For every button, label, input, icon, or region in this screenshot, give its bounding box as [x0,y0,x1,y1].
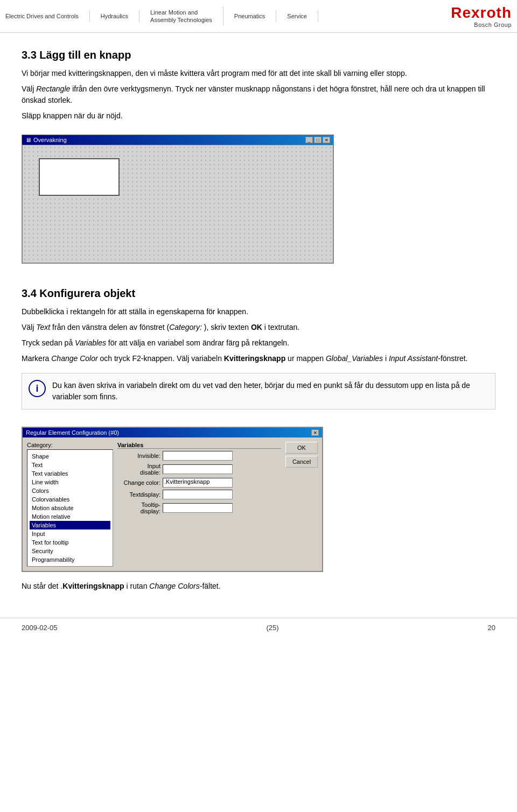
invisible-input[interactable] [163,451,233,461]
section-3-4-para1: Dubbelklicka i rektangeln för att ställa… [22,306,495,317]
cat-shape[interactable]: Shape [30,452,110,461]
cat-motion-relative[interactable]: Motion relative [30,512,110,521]
info-box: i Du kan även skriva in variabeln direkt… [22,373,495,409]
textdisplay-row: Textdisplay: [117,490,281,499]
category-list: Shape Text Text variables Line width Col… [27,449,113,567]
header-nav: Electric Drives and Controls Hydraulics … [0,4,431,28]
nav-electric-drives[interactable]: Electric Drives and Controls [0,10,90,22]
section-3-4-para2: Välj Text från den vänstra delen av föns… [22,322,495,333]
footer-page-number: 20 [488,624,495,632]
cat-text-tooltip[interactable]: Text for tooltip [30,538,110,547]
variables-section-label: Variables [117,442,281,449]
section-3-3-para3: Släpp knappen när du är nöjd. [22,110,495,122]
section-3-4: 3.4 Konfigurera objekt Dubbelklicka i re… [22,287,495,592]
section-3-3: 3.3 Lägg till en knapp Vi börjar med kvi… [22,49,495,277]
change-color-row: Change color: .Kvitteringsknapp [117,478,281,488]
info-icon: i [29,380,46,397]
cat-text[interactable]: Text [30,461,110,469]
cat-line-width[interactable]: Line width [30,478,110,486]
invisible-label: Invisible: [117,453,160,459]
dialog-titlebar: Regular Element Configuration (#0) ✕ [23,428,322,437]
dialog-right-inner: Variables Invisible: Inputdisable: Chang… [117,442,318,567]
input-disable-input[interactable] [163,464,233,474]
tooltip-input[interactable] [163,503,233,513]
category-label: Category: [27,442,113,448]
nav-service[interactable]: Service [276,10,318,22]
inner-rectangle [39,158,120,196]
change-color-input[interactable]: .Kvitteringsknapp [163,478,233,488]
win-titlebar: 🖥 Overvakning _ □ ✕ [22,135,333,145]
section-3-3-para2: Välj Rectangle ifrån den övre verktygsme… [22,83,495,106]
win-title-left: 🖥 Overvakning [25,137,67,143]
win-close-btn[interactable]: ✕ [323,137,330,143]
cat-programmability[interactable]: Programmability [30,555,110,564]
tooltip-row: Tooltip-display: [117,502,281,514]
section-3-4-heading: 3.4 Konfigurera objekt [22,287,495,300]
dialog-fields: Variables Invisible: Inputdisable: Chang… [117,442,281,517]
cat-variables[interactable]: Variables [30,521,110,529]
dialog-title-text: Regular Element Configuration (#0) [26,429,119,436]
cat-colors[interactable]: Colors [30,486,110,495]
section-3-3-heading: 3.3 Lägg till en knapp [22,49,495,61]
logo-rexroth: Rexroth [451,4,512,22]
textdisplay-label: Textdisplay: [117,491,160,498]
dialog-box: Regular Element Configuration (#0) ✕ Cat… [22,427,323,572]
invisible-row: Invisible: [117,451,281,461]
ok-button[interactable]: OK [285,442,318,454]
win-icon: 🖥 [25,137,31,143]
tooltip-label: Tooltip-display: [117,502,160,514]
change-color-label: Change color: [117,479,160,486]
dialog-buttons: OK Cancel [285,442,318,468]
info-text: Du kan även skriva in variabeln direkt o… [52,380,488,403]
section-3-4-para4: Markera Change Color och tryck F2-knappe… [22,353,495,364]
section-3-3-para1: Vi börjar med kvitteringsknappen, den vi… [22,68,495,79]
overvakning-window: 🖥 Overvakning _ □ ✕ [22,135,334,264]
input-disable-row: Inputdisable: [117,463,281,476]
nav-pneumatics[interactable]: Pneumatics [223,10,276,22]
logo-area: Rexroth Bosch Group [431,4,517,28]
footer-date: 2009-02-05 [22,624,58,632]
cancel-button[interactable]: Cancel [285,456,318,468]
cat-colorvariables[interactable]: Colorvariables [30,495,110,504]
cat-input[interactable]: Input [30,529,110,538]
win-title-text: Overvakning [33,137,67,143]
dialog-close-btn[interactable]: ✕ [311,429,319,436]
footer-page-info: (25) [266,624,278,632]
cat-motion-absolute[interactable]: Motion absolute [30,504,110,512]
cat-security[interactable]: Security [30,547,110,555]
section-3-4-para3: Tryck sedan på Variables för att välja e… [22,337,495,349]
nav-hydraulics[interactable]: Hydraulics [90,10,139,22]
logo-bosch: Bosch Group [474,22,512,28]
final-text: Nu står det .Kvitteringsknapp i rutan Ch… [22,581,495,592]
content: 3.3 Lägg till en knapp Vi börjar med kvi… [0,33,517,607]
win-content [22,145,333,263]
cat-text-variables[interactable]: Text variables [30,469,110,478]
dialog-top-row: Variables Invisible: Inputdisable: Chang… [117,442,318,517]
textdisplay-input[interactable] [163,490,233,499]
win-maximize-btn[interactable]: □ [314,137,322,143]
footer: 2009-02-05 (25) 20 [0,618,517,637]
input-disable-label: Inputdisable: [117,463,160,476]
header: Electric Drives and Controls Hydraulics … [0,0,517,33]
dialog-body: Category: Shape Text Text variables Line… [23,437,322,571]
win-minimize-btn[interactable]: _ [305,137,313,143]
nav-linear-motion[interactable]: Linear Motion andAssembly Technologies [139,6,223,26]
win-controls[interactable]: _ □ ✕ [305,137,330,143]
